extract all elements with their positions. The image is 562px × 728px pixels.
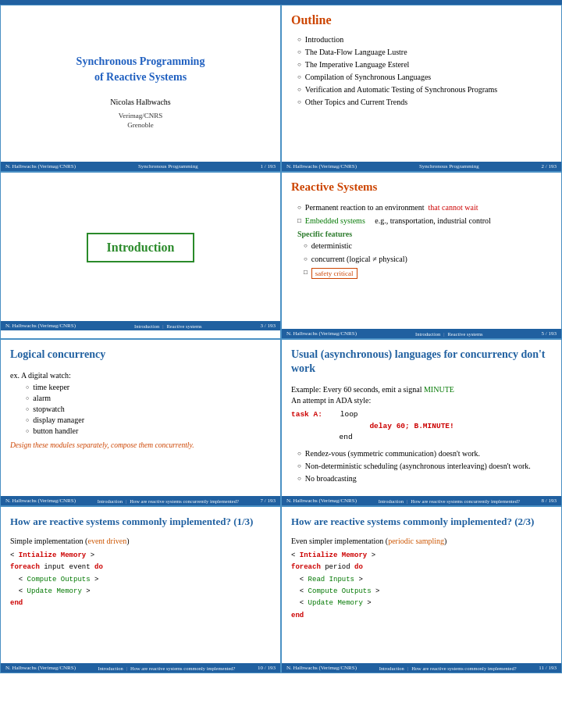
slide-1-affil: Verimag/CNRS Grenoble xyxy=(119,111,163,130)
slide-8-footer: N. Halbwachs (Verimag/CNRS) Introduction… xyxy=(282,663,561,673)
async-item-1: Rendez-vous (symmetric communication) do… xyxy=(297,449,552,458)
slide-7-footer: N. Halbwachs (Verimag/CNRS) Introduction… xyxy=(1,663,280,673)
slide-4-footer: N. Halbwachs (Verimag/CNRS) Introduction… xyxy=(282,329,561,338)
slide-5-breadcrumb: Introduction | How are reactive systems … xyxy=(98,498,239,504)
reactive-item-1: Permanent reaction to an environment tha… xyxy=(297,203,552,212)
slide-7-breadcrumb: Introduction | How are reactive systems … xyxy=(98,666,236,671)
slide-8: How are reactive systems commonly implem… xyxy=(281,506,562,673)
slide-4: Reactive Systems Permanent reaction to a… xyxy=(281,172,562,339)
slide-6-content: Usual (asynchronous) languages for concu… xyxy=(282,340,561,496)
slide-8-subtitle: Even simpler implementation (periodic sa… xyxy=(291,537,552,545)
intro-box: Introduction xyxy=(87,233,195,262)
watch-item-4: display manager xyxy=(26,416,271,424)
feature-3: safety critical xyxy=(304,268,552,279)
slide-2-content: Outline Introduction The Data-Flow Langu… xyxy=(282,5,561,162)
slide-5-title: Logical concurrency xyxy=(10,348,271,362)
code-block-ada: task A: loop delay 60; B.MINUTE! end xyxy=(291,409,552,443)
slide-3-content: Introduction xyxy=(1,173,280,321)
slide-6-title: Usual (asynchronous) languages for concu… xyxy=(291,348,552,376)
design-note: Design these modules separately, compose… xyxy=(10,441,271,449)
slide-6: Usual (asynchronous) languages for concu… xyxy=(281,339,562,506)
slide-5-footer: N. Halbwachs (Verimag/CNRS) Introduction… xyxy=(1,496,280,505)
slide-6-footer: N. Halbwachs (Verimag/CNRS) Introduction… xyxy=(282,496,561,505)
slide-1-author: Nicolas Halbwachs xyxy=(110,98,170,106)
slide-6-breadcrumb: Introduction | How are reactive systems … xyxy=(379,498,520,504)
outline-list: Introduction The Data-Flow Language Lust… xyxy=(291,35,552,106)
async-list: Rendez-vous (symmetric communication) do… xyxy=(291,449,552,483)
slide-grid: Synchronous Programming of Reactive Syst… xyxy=(0,5,562,673)
slide-8-breadcrumb: Introduction | How are reactive systems … xyxy=(379,666,517,671)
slide-8-content: How are reactive systems commonly implem… xyxy=(282,507,561,663)
outline-item-1: Introduction xyxy=(297,35,552,44)
slide-7-subtitle: Simple implementation (event driven) xyxy=(10,537,271,545)
slide-1-footer: N. Halbwachs (Verimag/CNRS) Synchronous … xyxy=(1,162,280,171)
reactive-item-2: Embedded systems e.g., transportation, i… xyxy=(297,216,552,225)
outline-item-3: The Imperative Language Esterel xyxy=(297,60,552,69)
outline-item-6: Other Topics and Current Trends xyxy=(297,98,552,106)
outline-item-5: Verification and Automatic Testing of Sy… xyxy=(297,85,552,94)
slide-6-example: Example: Every 60 seconds, emit a signal… xyxy=(291,385,552,394)
async-item-2: Non-deterministic scheduling (asynchrono… xyxy=(297,462,552,470)
slide-3: Introduction N. Halbwachs (Verimag/CNRS)… xyxy=(0,172,281,339)
outline-item-4: Compilation of Synchronous Languages xyxy=(297,73,552,81)
ex-label: ex. A digital watch: xyxy=(10,371,271,380)
watch-item-1: time keeper xyxy=(26,383,271,391)
slide-2-footer: N. Halbwachs (Verimag/CNRS) Synchronous … xyxy=(282,162,561,171)
watch-list: time keeper alarm stopwatch display mana… xyxy=(10,383,271,435)
watch-item-2: alarm xyxy=(26,394,271,402)
slide-7-title: How are reactive systems commonly implem… xyxy=(10,515,271,529)
watch-item-5: button handler xyxy=(26,426,271,435)
slide-6-attempt: An attempt in ADA style: xyxy=(291,396,552,405)
async-item-3: No broadcasting xyxy=(297,474,552,483)
slide-1: Synchronous Programming of Reactive Syst… xyxy=(0,5,281,172)
impl-code-2: < Intialize Memory > foreach period do <… xyxy=(291,550,552,622)
slide-3-footer: N. Halbwachs (Verimag/CNRS) Introduction… xyxy=(1,321,280,330)
slide-2-title: Outline xyxy=(291,13,552,27)
slide-7-content: How are reactive systems commonly implem… xyxy=(1,507,280,663)
slide-7: How are reactive systems commonly implem… xyxy=(0,506,281,673)
slide-4-title: Reactive Systems xyxy=(291,180,552,194)
slide-5-content: Logical concurrency ex. A digital watch:… xyxy=(1,340,280,496)
slide-1-content: Synchronous Programming of Reactive Syst… xyxy=(1,5,280,162)
slide-8-title: How are reactive systems commonly implem… xyxy=(291,515,552,529)
feature-1: deterministic xyxy=(304,241,552,250)
slide-4-content: Reactive Systems Permanent reaction to a… xyxy=(282,173,561,329)
slide-5: Logical concurrency ex. A digital watch:… xyxy=(0,339,281,506)
impl-code-1: < Intialize Memory > foreach input event… xyxy=(10,550,271,609)
watch-item-3: stopwatch xyxy=(26,405,271,413)
slide-3-breadcrumb: Introduction | Reactive systems xyxy=(134,323,201,329)
outline-item-2: The Data-Flow Language Lustre xyxy=(297,48,552,56)
slide-1-title: Synchronous Programming of Reactive Syst… xyxy=(76,54,205,84)
specific-features: Specific features xyxy=(297,230,552,238)
slide-4-breadcrumb: Introduction | Reactive systems xyxy=(415,331,482,337)
feature-2: concurrent (logical ≠ physical) xyxy=(304,255,552,263)
reactive-list: Permanent reaction to an environment tha… xyxy=(291,203,552,225)
slide-2: Outline Introduction The Data-Flow Langu… xyxy=(281,5,562,172)
